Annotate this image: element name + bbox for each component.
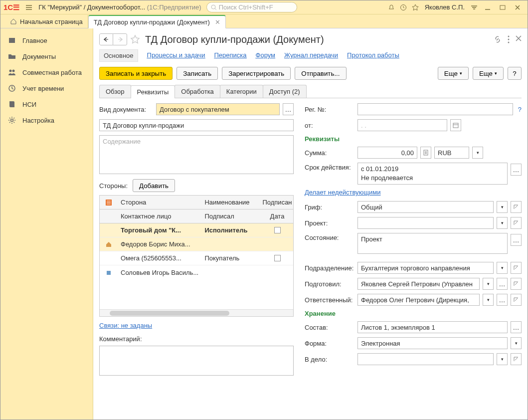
h-scrollbar[interactable] bbox=[100, 309, 293, 316]
maximize-button[interactable] bbox=[496, 2, 510, 12]
tab-home[interactable]: Начальная страница bbox=[4, 14, 88, 28]
doc-name-input[interactable]: ТД Договор купли-продажи bbox=[99, 119, 294, 131]
save-button[interactable]: Записать bbox=[176, 67, 218, 80]
sostav-select[interactable]: … bbox=[511, 321, 522, 333]
term-input[interactable]: с 01.01.2019 Не продлевается bbox=[357, 163, 508, 185]
register-button[interactable]: Зарегистрировать bbox=[222, 67, 291, 80]
responsible-open[interactable] bbox=[511, 294, 522, 306]
help-button[interactable]: ? bbox=[508, 67, 522, 80]
grif-open[interactable] bbox=[511, 201, 522, 213]
prepared-input[interactable]: Яковлев Сергей Петрович (Управлен bbox=[357, 278, 480, 290]
dept-dropdown[interactable]: ▾ bbox=[497, 262, 508, 274]
tab-access[interactable]: Доступ (2) bbox=[263, 85, 307, 98]
favorite-star-icon[interactable] bbox=[410, 2, 421, 13]
section-main[interactable]: Основное bbox=[99, 49, 138, 62]
sidebar-item-time[interactable]: Учет времени bbox=[0, 80, 93, 96]
table-row[interactable]: Соловьев Игорь Василь... bbox=[100, 265, 293, 279]
more-button-1[interactable]: Еще▾ bbox=[438, 67, 469, 80]
tab-close-icon[interactable]: ✕ bbox=[215, 18, 220, 26]
regno-input[interactable] bbox=[357, 103, 513, 115]
toolbar: Записать и закрыть Записать Зарегистриро… bbox=[99, 67, 522, 80]
content-textarea[interactable]: Содержание bbox=[99, 135, 294, 174]
responsible-dropdown[interactable]: ▾ bbox=[483, 294, 494, 306]
kebab-menu-icon[interactable] bbox=[508, 35, 510, 43]
history-icon[interactable] bbox=[398, 2, 409, 13]
tab-processing[interactable]: Обработка bbox=[175, 85, 220, 98]
settings-lines-icon[interactable] bbox=[469, 2, 480, 13]
calendar-button[interactable] bbox=[450, 119, 461, 131]
bell-icon[interactable] bbox=[386, 2, 397, 13]
responsible-select[interactable]: … bbox=[497, 294, 508, 306]
svg-point-10 bbox=[508, 42, 510, 43]
col-icon bbox=[100, 199, 118, 206]
send-button[interactable]: Отправить... bbox=[295, 67, 346, 80]
doc-type-select-button[interactable]: … bbox=[283, 103, 294, 115]
prepared-select[interactable]: … bbox=[497, 278, 508, 290]
prepared-open[interactable] bbox=[511, 278, 522, 290]
state-select[interactable]: … bbox=[511, 234, 522, 246]
username[interactable]: Яковлев С.П. bbox=[425, 3, 465, 11]
link-icon[interactable] bbox=[494, 35, 502, 43]
dept-open[interactable] bbox=[511, 262, 522, 274]
grif-input[interactable]: Общий bbox=[357, 201, 494, 213]
regno-help[interactable]: ? bbox=[518, 106, 522, 113]
tab-overview[interactable]: Обзор bbox=[99, 85, 131, 98]
sostav-input[interactable]: Листов 1, экземпляров 1 bbox=[357, 321, 508, 333]
grif-dropdown[interactable]: ▾ bbox=[497, 201, 508, 213]
checkbox[interactable] bbox=[274, 255, 281, 261]
table-row[interactable]: Торговый дом "К... Исполнитель bbox=[100, 223, 293, 237]
from-label: от: bbox=[305, 122, 354, 129]
term-select[interactable]: … bbox=[511, 164, 522, 176]
sidebar-item-label: Настройка bbox=[22, 117, 54, 124]
state-input[interactable]: Проект bbox=[357, 233, 508, 254]
col-name: Наименование bbox=[201, 199, 261, 206]
form-dropdown[interactable]: ▾ bbox=[511, 337, 522, 349]
more-button-2[interactable]: Еще▾ bbox=[473, 67, 504, 80]
sidebar-item-documents[interactable]: Документы bbox=[0, 48, 93, 64]
tab-document[interactable]: ТД Договор купли-продажи (Документ) ✕ bbox=[88, 15, 226, 28]
responsible-input[interactable]: Федоров Олег Петрович (Дирекция, bbox=[357, 294, 480, 306]
sidebar-item-nsi[interactable]: НСИ bbox=[0, 96, 93, 112]
save-close-button[interactable]: Записать и закрыть bbox=[99, 67, 173, 80]
close-panel-button[interactable] bbox=[516, 35, 522, 43]
sidebar-item-collab[interactable]: Совместная работа bbox=[0, 64, 93, 80]
sidebar-item-settings[interactable]: Настройка bbox=[0, 112, 93, 128]
date-input[interactable]: . . bbox=[357, 119, 447, 131]
vdelo-dropdown[interactable]: ▾ bbox=[497, 353, 508, 365]
currency-select[interactable]: RUB bbox=[434, 147, 469, 159]
favorite-button[interactable] bbox=[130, 34, 142, 44]
invalidates-link[interactable]: Делает недействующими bbox=[305, 189, 380, 196]
tab-categories[interactable]: Категории bbox=[220, 85, 263, 98]
table-row[interactable]: Омега (525605553... Покупатель bbox=[100, 251, 293, 265]
currency-dropdown[interactable]: ▾ bbox=[472, 147, 483, 159]
global-search[interactable]: Поиск Ctrl+Shift+F bbox=[206, 2, 297, 12]
vdelo-open[interactable] bbox=[511, 353, 522, 365]
form-select[interactable]: Электронная bbox=[357, 337, 508, 349]
sum-input[interactable]: 0,00 bbox=[357, 147, 417, 159]
menu-icon[interactable] bbox=[23, 2, 34, 13]
nav-back-button[interactable] bbox=[99, 33, 113, 45]
nav-forward-button[interactable] bbox=[113, 33, 127, 45]
window-title: ГК "Меркурий" / Документооборот... (1С:П… bbox=[38, 3, 201, 11]
links-link[interactable]: Связи: не заданы bbox=[99, 322, 152, 329]
project-dropdown[interactable]: ▾ bbox=[497, 217, 508, 229]
calc-button[interactable] bbox=[420, 147, 431, 159]
tab-requisites[interactable]: Реквизиты bbox=[131, 85, 176, 98]
prepared-dropdown[interactable]: ▾ bbox=[483, 278, 494, 290]
checkbox[interactable] bbox=[274, 227, 281, 233]
project-open[interactable] bbox=[511, 217, 522, 229]
vdelo-input[interactable] bbox=[357, 353, 494, 365]
close-window-button[interactable] bbox=[511, 2, 525, 12]
minimize-button[interactable] bbox=[481, 2, 495, 12]
table-row[interactable]: Федоров Борис Миха... bbox=[100, 237, 293, 251]
dept-input[interactable]: Бухгалтерия торгового направления bbox=[357, 262, 494, 274]
comment-textarea[interactable] bbox=[99, 346, 294, 376]
parties-label: Стороны: bbox=[99, 182, 128, 190]
clock-icon bbox=[7, 84, 16, 93]
people-icon bbox=[7, 68, 16, 77]
sidebar-item-label: Документы bbox=[22, 53, 56, 60]
project-input[interactable] bbox=[357, 217, 494, 229]
add-party-button[interactable]: Добавить bbox=[133, 179, 175, 192]
sidebar-item-main[interactable]: Главное bbox=[0, 32, 93, 48]
doc-type-input[interactable]: Договор с покупателем bbox=[156, 103, 280, 115]
